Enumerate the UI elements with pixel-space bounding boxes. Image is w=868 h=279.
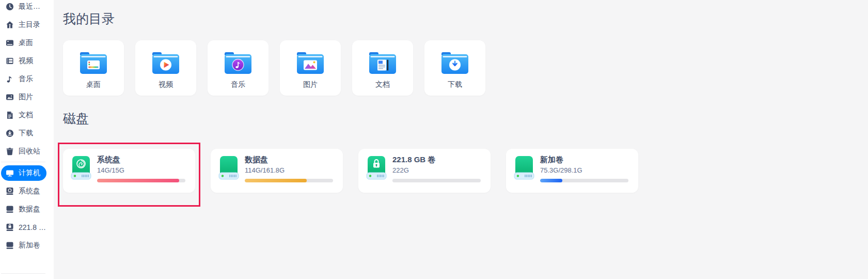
sidebar-item-downloads[interactable]: 下载 [1,126,46,141]
document-icon [6,111,14,119]
folder-label: 文档 [375,80,390,89]
main-content: 我的目录 桌面 视频 [54,0,868,279]
videos-folder-icon [151,51,181,75]
download-icon [6,129,14,137]
folder-label: 视频 [159,80,173,89]
disk-name: 数据盘 [245,154,343,164]
disk-usage-bar [245,179,333,182]
folder-card-videos[interactable]: 视频 [135,40,196,96]
disk-card-row: 系统盘 14G/15G 数据盘 114G/161.8G [63,149,868,193]
desktop-icon [6,39,14,47]
desktop-folder-icon [78,51,108,75]
folder-label: 图片 [303,80,318,89]
disk-usage: 14G/15G [97,166,195,175]
data-drive-icon [218,156,239,180]
disk-card-system[interactable]: 系统盘 14G/15G [63,149,195,193]
disk-card-data[interactable]: 数据盘 114G/161.8G [211,149,343,193]
disk-card-221-volume[interactable]: 221.8 GB 卷 222G [358,149,491,193]
sidebar-item-221-volume[interactable]: 221.8 … [1,220,46,235]
pictures-folder-icon [295,51,325,75]
locked-disk-icon [6,223,14,231]
disk-name: 系统盘 [97,154,195,164]
sidebar-item-label: 221.8 … [19,223,46,231]
section-title-disks: 磁盘 [63,110,868,127]
sidebar-item-label: 最近… [19,2,40,11]
video-icon [6,57,14,65]
sidebar-item-label: 计算机 [19,168,40,178]
disk-usage: 75.3G/298.1G [540,166,638,175]
sidebar-item-label: 音乐 [19,74,33,84]
image-icon [6,93,14,101]
disk-usage-bar [97,179,185,182]
sidebar-item-music[interactable]: 音乐 [1,71,46,87]
locked-drive-icon [366,156,387,180]
clock-icon [6,3,14,11]
sidebar-item-recent[interactable]: 最近… [1,0,46,14]
folder-label: 桌面 [86,80,101,89]
system-disk-icon [6,187,14,195]
music-icon [6,75,14,83]
sidebar-item-label: 文档 [19,111,33,120]
sidebar-item-data-disk[interactable]: 数据盘 [1,202,46,217]
disk-name: 新加卷 [540,154,638,164]
computer-icon [6,169,14,177]
music-folder-icon [223,51,253,75]
disk-usage: 222G [392,166,491,175]
sidebar-item-trash[interactable]: 回收站 [1,144,46,159]
folder-label: 音乐 [231,80,245,89]
folder-card-documents[interactable]: 文档 [352,40,413,96]
disk-card-new-volume[interactable]: 新加卷 75.3G/298.1G [506,149,638,193]
disk-usage-bar [392,179,481,182]
sidebar-item-new-volume[interactable]: 新加卷 [1,238,46,253]
sidebar-item-home[interactable]: 主目录 [1,17,46,33]
sidebar-item-label: 系统盘 [19,187,40,196]
sidebar-item-desktop[interactable]: 桌面 [1,35,46,51]
sidebar-bottom-separator [1,273,45,274]
section-title-my-directories: 我的目录 [63,10,868,27]
folder-card-pictures[interactable]: 图片 [280,40,341,96]
data-disk-icon [6,205,14,213]
folder-card-desktop[interactable]: 桌面 [63,40,124,96]
disk-usage: 114G/161.8G [245,166,343,175]
trash-icon [6,147,14,156]
folder-card-music[interactable]: 音乐 [208,40,269,96]
system-drive-icon [71,156,91,180]
sidebar-item-computer[interactable]: 计算机 [1,165,46,181]
sidebar-item-pictures[interactable]: 图片 [1,89,46,105]
sidebar-item-label: 视频 [19,56,33,66]
sidebar-item-videos[interactable]: 视频 [1,53,46,69]
sidebar-item-label: 下载 [19,129,33,138]
documents-folder-icon [368,51,398,75]
sidebar-item-label: 桌面 [19,38,33,48]
sidebar-item-label: 数据盘 [19,205,40,214]
sidebar-item-label: 回收站 [19,147,40,156]
new-volume-disk-icon [6,241,14,250]
disk-usage-bar-fill [540,179,562,182]
disk-usage-bar [540,179,628,182]
downloads-folder-icon [440,51,470,75]
folder-card-downloads[interactable]: 下载 [424,40,485,96]
folder-card-row: 桌面 视频 音乐 [63,40,868,96]
sidebar-item-label: 主目录 [19,20,40,29]
disk-usage-bar-fill [97,179,179,182]
home-icon [6,21,14,29]
sidebar-item-system-disk[interactable]: 系统盘 [1,183,46,199]
sidebar-item-label: 新加卷 [19,241,40,250]
sidebar-item-documents[interactable]: 文档 [1,107,46,123]
new-volume-drive-icon [514,156,534,180]
sidebar-item-label: 图片 [19,92,33,102]
folder-label: 下载 [448,80,462,89]
sidebar: 最近… 主目录 桌面 视频 音乐 [0,0,54,279]
disk-name: 221.8 GB 卷 [392,154,491,164]
sidebar-separator [1,162,45,162]
disk-usage-bar-fill [245,179,307,182]
